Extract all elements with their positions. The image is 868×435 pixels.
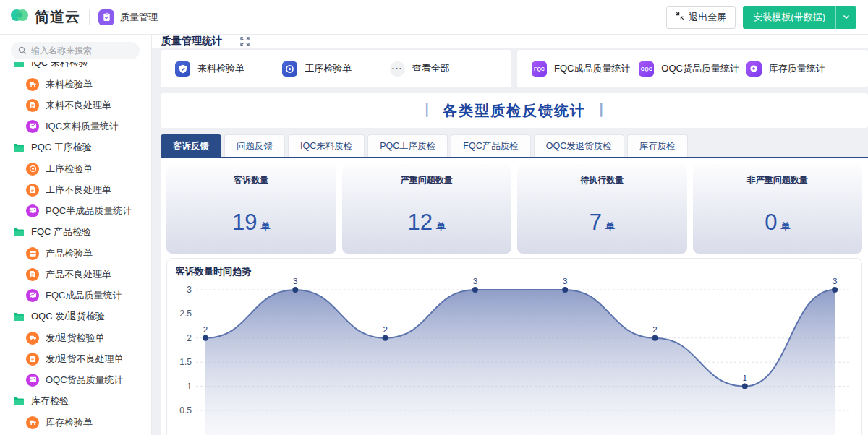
tab-panel: 客诉数量19单严重问题数量12单待执行数量7单非严重问题数量0单 客诉数量时间趋… [161,157,868,435]
search-icon [18,46,27,55]
data-point[interactable] [652,335,658,341]
data-point[interactable] [562,287,568,293]
quick-link-right-2[interactable]: 库存质量统计 [746,61,854,77]
tab-3[interactable]: PQC工序质检 [367,134,448,157]
sidebar-item-11[interactable]: FQC成品质量统计 [0,285,151,306]
stat-icon [26,120,39,133]
tab-6[interactable]: 库存质检 [627,134,688,157]
sidebar-item-label: 库存检验 [31,395,69,408]
y-tick-label: 3 [187,285,192,295]
stat-label: 待执行数量 [580,174,624,186]
data-point-label: 2 [383,325,387,334]
tab-0[interactable]: 客诉反馈 [161,134,221,157]
tab-5[interactable]: OQC发退货质检 [534,134,624,157]
tab-2[interactable]: IQC来料质检 [288,134,365,157]
data-point[interactable] [383,335,388,341]
y-tick-label: 2 [187,333,192,343]
tab-1[interactable]: 问题反馈 [224,134,285,157]
sidebar-item-2[interactable]: 来料不良处理单 [0,95,151,116]
stat-value: 0单 [765,210,790,236]
data-point-label: 1 [743,374,747,382]
data-point[interactable] [292,287,298,293]
box-icon [26,247,39,260]
exit-fullscreen-icon [676,12,684,22]
data-point-label: 3 [473,277,477,285]
data-point[interactable] [203,335,208,341]
sidebar-item-label: 来料检验单 [46,78,93,91]
doc-icon [26,353,39,366]
data-point[interactable] [832,287,838,293]
stat-card-1: 严重问题数量12单 [342,164,512,254]
sidebar-folder-0[interactable]: IQC 来料检验 [0,62,151,74]
sidebar-item-label: FQC成品质量统计 [46,289,122,302]
sidebar-item-label: 发/退货检验单 [46,332,105,345]
sidebar-nav: IQC 来料检验来料检验单来料不良处理单IQC来料质量统计PQC 工序检验工序检… [0,62,151,433]
sidebar: IQC 来料检验来料检验单来料不良处理单IQC来料质量统计PQC 工序检验工序检… [0,35,152,435]
stat-card-2: 待执行数量7单 [517,164,687,254]
stat-label: 严重问题数量 [401,174,453,186]
expand-fullscreen-icon[interactable] [240,37,250,46]
sidebar-folder-8[interactable]: FQC 产品检验 [0,221,151,243]
data-point[interactable] [472,287,478,293]
sidebar-item-6[interactable]: 工序不良处理单 [0,179,151,200]
sidebar-item-label: 发/退货不良处理单 [46,353,124,366]
target-blue-icon [282,61,297,77]
quick-link-left-0[interactable]: 来料检验单 [175,61,282,77]
install-template-button[interactable]: 安装模板(带数据) [743,6,835,29]
titlebar-divider [231,35,231,47]
sidebar-folder-16[interactable]: 库存检验 [0,390,151,412]
sidebar-item-label: 库存检验单 [46,416,93,429]
sidebar-item-label: 工序不良处理单 [46,184,111,197]
folder-icon [13,228,25,237]
tab-4[interactable]: FQC产品质检 [451,134,530,157]
install-template-dropdown[interactable] [835,6,856,29]
trend-chart-svg: 32.521.510.523233213 [167,259,861,435]
doc-icon [26,99,39,112]
sidebar-item-1[interactable]: 来料检验单 [0,74,151,95]
quick-link-right-0[interactable]: FQCFQC成品质量统计 [532,61,639,77]
sidebar-item-9[interactable]: 产品检验单 [0,243,151,264]
app-chip[interactable]: 质量管理 [98,9,158,25]
stat-value: 12单 [408,210,446,236]
quick-links-card-left: 来料检验单工序检验单···查看全部 [161,50,511,87]
stat-card-3: 非严重问题数量0单 [693,164,863,254]
header-divider [89,10,90,25]
sidebar-item-17[interactable]: 库存检验单 [0,412,151,433]
sidebar-folder-12[interactable]: OQC 发/退货检验 [0,306,151,327]
folder-icon [13,62,25,68]
sidebar-item-label: OQC货品质量统计 [46,374,124,387]
fqc-badge-icon: FQC [532,61,547,77]
sidebar-item-7[interactable]: PQC半成品质量统计 [0,200,151,221]
quick-link-label: 查看全部 [412,62,450,75]
sidebar-item-label: 产品检验单 [46,247,93,260]
jiandaoyun-logo[interactable]: 简道云 [10,7,80,27]
quick-link-right-1[interactable]: OQCOQC货品质量统计 [639,61,746,77]
sidebar-item-14[interactable]: 发/退货不良处理单 [0,348,151,369]
data-point[interactable] [742,384,748,389]
sidebar-item-5[interactable]: 工序检验单 [0,158,151,179]
sidebar-item-3[interactable]: IQC来料质量统计 [0,116,151,137]
quick-link-left-1[interactable]: 工序检验单 [282,61,389,77]
quick-link-left-2[interactable]: ···查看全部 [390,61,497,77]
sidebar-item-13[interactable]: 发/退货检验单 [0,327,151,348]
sidebar-item-15[interactable]: OQC货品质量统计 [0,369,151,390]
stat-label: 客诉数量 [234,174,268,186]
sidebar-item-label: PQC 工序检验 [31,141,92,154]
banner-bar-left: 丨 [420,101,434,120]
quick-link-label: OQC货品质量统计 [661,62,739,75]
y-tick-label: 1 [187,382,192,392]
y-tick-label: 2.5 [179,309,192,319]
quick-link-label: 库存质量统计 [769,62,825,75]
stat-value: 7单 [590,210,615,236]
sidebar-folder-4[interactable]: PQC 工序检验 [0,137,151,158]
sidebar-item-label: IQC 来料检验 [31,62,88,69]
doc-icon [26,184,39,197]
exit-fullscreen-button[interactable]: 退出全屏 [666,6,736,29]
sidebar-item-10[interactable]: 产品不良处理单 [0,264,151,285]
sidebar-item-label: 产品不良处理单 [46,268,111,281]
y-tick-label: 0.5 [179,405,192,415]
search-input[interactable] [31,46,125,56]
feedback-tabs: 客诉反馈问题反馈IQC来料质检PQC工序质检FQC产品质检OQC发退货质检库存质… [161,134,868,157]
sidebar-search[interactable] [11,42,140,59]
sidebar-item-label: PQC半成品质量统计 [46,204,132,218]
